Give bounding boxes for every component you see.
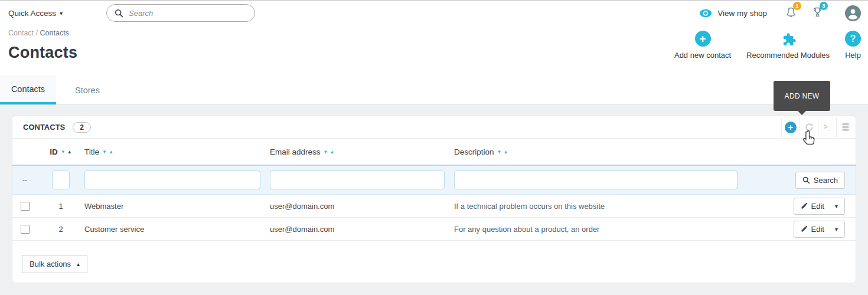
row-id: 1 bbox=[47, 202, 84, 211]
plus-circle-icon: + bbox=[695, 31, 711, 47]
table-header-row: ID ▼ ▲ Title ▼ ▲ Email address ▼ ▲ Descr… bbox=[12, 139, 856, 165]
global-search-input[interactable] bbox=[129, 9, 247, 18]
pencil-icon bbox=[801, 202, 808, 209]
recommended-modules-label: Recommended Modules bbox=[746, 51, 830, 60]
help-label: Help bbox=[845, 51, 861, 60]
user-avatar[interactable] bbox=[845, 5, 861, 21]
recommended-modules-button[interactable]: Recommended Modules bbox=[746, 31, 830, 60]
search-icon bbox=[802, 176, 810, 184]
plus-circle-icon: + bbox=[785, 122, 797, 133]
row-description: For any question about a product, an ord… bbox=[454, 225, 738, 234]
row-actions-cell: Edit ▾ bbox=[738, 198, 856, 215]
refresh-icon bbox=[804, 122, 814, 132]
header-action-buttons: + Add new contact Recommended Modules ? … bbox=[674, 31, 861, 60]
sort-desc-icon[interactable]: ▼ bbox=[61, 149, 66, 155]
panel-footer: Bulk actions ▴ bbox=[12, 241, 856, 283]
tab-stores-label: Stores bbox=[75, 86, 100, 95]
pencil-icon bbox=[801, 225, 808, 232]
view-my-shop-label: View my shop bbox=[717, 9, 767, 18]
tab-contacts[interactable]: Contacts bbox=[0, 76, 56, 104]
help-button[interactable]: ? Help bbox=[845, 31, 861, 60]
row-select-cell bbox=[12, 225, 47, 234]
filter-email-input[interactable] bbox=[270, 171, 445, 189]
refresh-list-button[interactable] bbox=[800, 118, 818, 137]
sort-asc-icon[interactable]: ▲ bbox=[503, 149, 508, 155]
breadcrumb-current: Contacts bbox=[40, 29, 69, 37]
quick-access-dropdown[interactable]: Quick Access ▾ bbox=[8, 9, 63, 18]
achievements-button[interactable]: 3 bbox=[811, 5, 824, 21]
quick-access-label: Quick Access bbox=[8, 9, 56, 18]
edit-button-label: Edit bbox=[811, 202, 824, 211]
filter-title-cell bbox=[84, 171, 270, 189]
person-icon bbox=[845, 5, 861, 21]
terminal-icon: >_ bbox=[824, 123, 831, 132]
add-new-contact-button[interactable]: + Add new contact bbox=[674, 31, 731, 60]
filter-email-cell bbox=[270, 171, 454, 189]
filter-dashes: -- bbox=[12, 176, 37, 184]
contacts-panel: CONTACTS 2 + >_ bbox=[12, 116, 856, 283]
row-select-cell bbox=[12, 202, 47, 211]
top-bar: Quick Access ▾ View my shop 1 bbox=[0, 0, 868, 25]
notifications-button[interactable]: 1 bbox=[785, 5, 797, 21]
filter-id-input[interactable] bbox=[52, 171, 70, 189]
bulk-actions-label: Bulk actions bbox=[30, 260, 71, 268]
filter-description-input[interactable] bbox=[454, 171, 738, 189]
edit-button[interactable]: Edit ▾ bbox=[794, 198, 845, 215]
view-my-shop-link[interactable]: View my shop bbox=[699, 9, 767, 18]
contacts-count-badge: 2 bbox=[73, 122, 91, 133]
tab-contacts-label: Contacts bbox=[11, 84, 45, 94]
row-checkbox[interactable] bbox=[21, 202, 30, 211]
chevron-down-icon[interactable]: ▾ bbox=[835, 226, 838, 232]
column-header-title: Title ▼ ▲ bbox=[84, 148, 270, 156]
breadcrumb-parent[interactable]: Contact bbox=[8, 29, 34, 37]
column-header-email: Email address ▼ ▲ bbox=[270, 148, 454, 156]
add-new-contact-label: Add new contact bbox=[674, 51, 731, 60]
eye-icon bbox=[699, 9, 712, 18]
sort-desc-icon[interactable]: ▼ bbox=[102, 149, 107, 155]
chevron-down-icon[interactable]: ▾ bbox=[835, 203, 838, 209]
add-new-toolbar-button[interactable]: + bbox=[781, 118, 800, 137]
search-icon bbox=[115, 9, 123, 18]
sort-asc-icon[interactable]: ▲ bbox=[67, 149, 72, 155]
row-email: user@domain.com bbox=[270, 202, 454, 211]
topbar-right-group: View my shop 1 3 bbox=[699, 5, 861, 21]
edit-button-label: Edit bbox=[811, 225, 824, 234]
sort-desc-icon[interactable]: ▼ bbox=[324, 149, 328, 155]
page-header: Contact / Contacts Contacts + Add new co… bbox=[0, 25, 868, 76]
edit-button[interactable]: Edit ▾ bbox=[794, 221, 845, 238]
table-row[interactable]: 2 Customer service user@domain.com For a… bbox=[12, 218, 856, 241]
main-content: CONTACTS 2 + >_ bbox=[0, 105, 868, 283]
panel-toolbar: + >_ bbox=[781, 118, 854, 137]
row-checkbox[interactable] bbox=[21, 225, 30, 234]
sort-asc-icon[interactable]: ▲ bbox=[109, 149, 113, 155]
table-row[interactable]: 1 Webmaster user@domain.com If a technic… bbox=[12, 195, 856, 218]
row-id: 2 bbox=[47, 225, 84, 234]
sort-asc-icon[interactable]: ▲ bbox=[329, 149, 334, 155]
add-new-tooltip: ADD NEW bbox=[774, 81, 830, 111]
chevron-down-icon: ▾ bbox=[60, 10, 63, 17]
search-button[interactable]: Search bbox=[795, 172, 845, 189]
filter-title-input[interactable] bbox=[84, 171, 260, 189]
tab-bar: Contacts Stores bbox=[0, 76, 868, 105]
filter-actions-cell: Search bbox=[738, 172, 856, 189]
tab-stores[interactable]: Stores bbox=[56, 76, 119, 104]
filter-select-cell: -- bbox=[12, 176, 47, 184]
breadcrumb: Contact / Contacts bbox=[8, 29, 69, 37]
column-header-id: ID ▼ ▲ bbox=[47, 148, 84, 156]
row-description: If a technical problem occurs on this we… bbox=[454, 202, 738, 211]
page-title: Contacts bbox=[8, 44, 77, 62]
panel-header: CONTACTS 2 + >_ bbox=[12, 116, 856, 139]
sort-desc-icon[interactable]: ▼ bbox=[497, 149, 502, 155]
tooltip-arrow bbox=[798, 111, 806, 115]
row-actions-cell: Edit ▾ bbox=[738, 221, 856, 238]
filter-row: -- Search bbox=[12, 165, 856, 195]
database-icon bbox=[840, 122, 851, 133]
bulk-actions-button[interactable]: Bulk actions ▴ bbox=[22, 255, 87, 273]
filter-description-cell bbox=[454, 171, 738, 189]
search-button-label: Search bbox=[814, 176, 838, 185]
show-sql-query-button[interactable]: >_ bbox=[818, 118, 836, 137]
achievement-count-badge: 3 bbox=[820, 2, 828, 10]
export-sql-manager-button[interactable] bbox=[836, 118, 854, 137]
global-search-box[interactable] bbox=[106, 4, 255, 22]
chevron-up-icon: ▴ bbox=[77, 261, 80, 267]
